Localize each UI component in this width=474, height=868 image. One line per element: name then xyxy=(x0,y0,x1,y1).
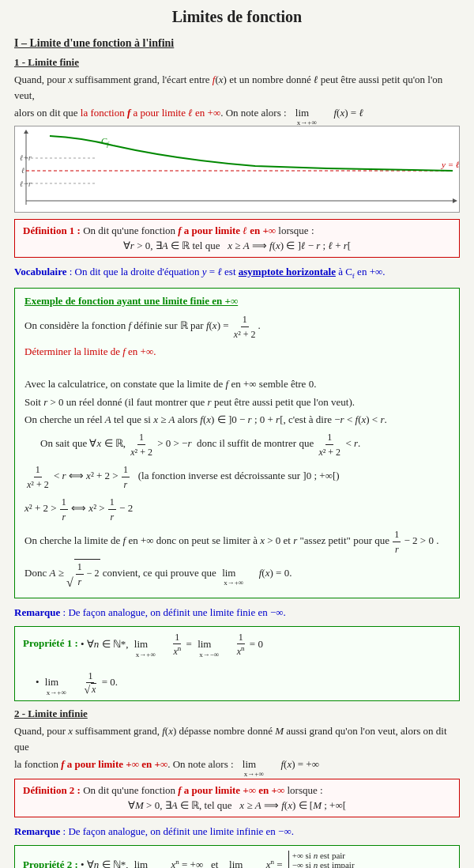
example-title: Exemple de fonction ayant une limite fin… xyxy=(24,295,450,308)
example-box: Exemple de fonction ayant une limite fin… xyxy=(14,288,460,598)
def1-title: Définition 1 : xyxy=(23,225,81,236)
svg-text:Cf: Cf xyxy=(101,136,110,148)
sub2-text2: la fonction f a pour limite +∞ en +∞. On… xyxy=(14,757,460,772)
page-title: Limites de fonction xyxy=(14,8,460,26)
ex-text2: Déterminer la limite de f en +∞. xyxy=(24,344,450,360)
ex-text3: Avec la calculatrice, on constate que la… xyxy=(24,376,450,392)
ex-text7: On cherche la limite de f en +∞ donc on … xyxy=(24,527,450,557)
section-I: I – Limite d'une fonction à l'infini 1 -… xyxy=(14,37,460,868)
propriete-2-box: Propriété 2 : • ∀n ∈ ℕ*, x→+∞ lim xn = +… xyxy=(14,845,460,868)
def1-formula: ∀r > 0, ∃A ∈ ℝ tel que x ≥ A ⟹ f(x) ∈ ]ℓ… xyxy=(23,240,451,252)
remarque-2: Remarque : De façon analogue, on définit… xyxy=(14,824,460,840)
sub2-text1: Quand, pour x suffisamment grand, f(x) d… xyxy=(14,723,460,754)
ex-text1: On considère la fonction f définie sur ℝ… xyxy=(24,312,450,342)
svg-text:ℓ+r: ℓ+r xyxy=(20,153,32,162)
vocabulary-text: Vocabulaire : On dit que la droite d'équ… xyxy=(14,264,460,281)
ex-text8: Donc A ≥ √ 1r − 2 convient, ce qui prouv… xyxy=(24,559,450,589)
prop2-title: Propriété 2 : xyxy=(23,859,78,868)
subsection-2-title: 2 - Limite infinie xyxy=(14,708,460,720)
remarque-1: Remarque : De façon analogue, on définit… xyxy=(14,605,460,621)
prop1-bullet: x→+∞ lim 1√x = 0. xyxy=(36,676,118,688)
svg-text:y = ℓ: y = ℓ xyxy=(441,160,460,169)
prop2-text: • ∀n ∈ ℕ*, x→+∞ lim xn = +∞ et x→−∞ lim … xyxy=(81,859,355,868)
ex-text5: On cherche un réel A tel que si x ≥ A al… xyxy=(24,412,450,428)
ex-formula1: 1x² + 2 < r ⟺ x² + 2 > 1r (la fonction i… xyxy=(24,462,450,492)
ex-formula2: x² + 2 > 1r ⟺ x² > 1r − 2 xyxy=(24,495,450,524)
ex-text4: Soit r > 0 un réel donné (il faut montre… xyxy=(24,394,450,410)
sub1-text1: Quand, pour x suffisamment grand, l'écar… xyxy=(14,72,460,103)
prop1-text: • ∀n ∈ ℕ*, x→+∞ lim 1xn = x→−∞ lim 1xn =… xyxy=(81,638,263,650)
definition-1-box: Définition 1 : On dit qu'une fonction f … xyxy=(14,219,460,258)
definition-2-box: Définition 2 : On dit qu'une fonction f … xyxy=(14,779,460,817)
svg-marker-2 xyxy=(453,198,457,203)
section-I-title: I – Limite d'une fonction à l'infini xyxy=(14,37,460,50)
ex-text6: On sait que ∀x ∈ ℝ, 1x² + 2 > 0 > −r don… xyxy=(40,430,450,459)
def2-title: Définition 2 : xyxy=(23,784,81,796)
svg-text:ℓ: ℓ xyxy=(21,166,24,175)
svg-text:ℓ−r: ℓ−r xyxy=(20,179,32,188)
sub1-text2: alors on dit que la fonction f a pour li… xyxy=(14,105,460,121)
propriete-1-box: Propriété 1 : • ∀n ∈ ℕ*, x→+∞ lim 1xn = … xyxy=(14,626,460,701)
graph-limit-finie: y = ℓ ℓ+r ℓ−r ℓ Cf xyxy=(14,126,460,213)
prop1-title: Propriété 1 : xyxy=(23,638,78,650)
def2-text: On dit qu'une fonction f a pour limite +… xyxy=(83,784,322,796)
subsection-1-title: 1 - Limite finie xyxy=(14,56,460,69)
svg-marker-3 xyxy=(24,130,28,134)
def1-text: On dit qu'une fonction f a pour limite ℓ… xyxy=(83,225,314,236)
def2-formula: ∀M > 0, ∃A ∈ ℝ, tel que x ≥ A ⟹ f(x) ∈ [… xyxy=(23,799,451,812)
